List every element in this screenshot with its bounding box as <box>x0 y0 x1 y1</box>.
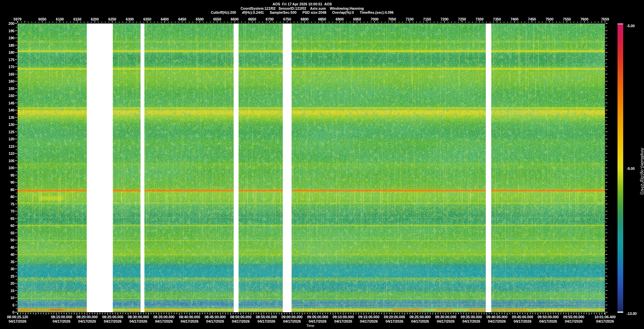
svg-text:120: 120 <box>8 137 14 141</box>
svg-text:09:55:00.000: 09:55:00.000 <box>563 315 584 319</box>
svg-text:09:40:00.000: 09:40:00.000 <box>486 315 507 319</box>
svg-text:6650: 6650 <box>248 17 256 21</box>
svg-text:70: 70 <box>10 209 14 213</box>
svg-text:6450: 6450 <box>178 17 186 21</box>
svg-text:08:30:00.000: 08:30:00.000 <box>128 315 149 319</box>
svg-text:125: 125 <box>8 130 14 134</box>
svg-text:5979: 5979 <box>13 17 21 21</box>
svg-text:08:20:00.000: 08:20:00.000 <box>76 315 98 319</box>
svg-text:CoordSystem:121f02 SensorID:: CoordSystem:121f02 SensorID:121f02 Axis:… <box>240 6 364 10</box>
svg-text:08:35:00.000: 08:35:00.000 <box>153 315 174 319</box>
svg-text:7050: 7050 <box>388 17 396 21</box>
svg-text:6400: 6400 <box>161 17 169 21</box>
svg-text:7100: 7100 <box>406 17 414 21</box>
svg-text:140: 140 <box>8 108 14 112</box>
svg-text:09:45:00.000: 09:45:00.000 <box>512 315 533 319</box>
svg-text:6250: 6250 <box>108 17 116 21</box>
svg-text:10:01:06.400: 10:01:06.400 <box>594 315 615 319</box>
svg-text:04/17/2026: 04/17/2026 <box>129 319 147 323</box>
svg-text:190: 190 <box>8 36 14 40</box>
svg-text:135: 135 <box>8 115 14 120</box>
svg-text:105: 105 <box>8 159 14 163</box>
svg-text:09:30:00.000: 09:30:00.000 <box>435 315 456 319</box>
svg-text:08:15:00.000: 08:15:00.000 <box>51 315 72 319</box>
svg-text:09:50:00.000: 09:50:00.000 <box>538 315 559 319</box>
svg-text:7300: 7300 <box>476 17 484 21</box>
svg-text:6100: 6100 <box>56 17 64 21</box>
svg-text:04/17/2026: 04/17/2026 <box>78 319 96 323</box>
svg-text:Time: Time <box>306 324 314 328</box>
svg-text:175: 175 <box>8 58 14 62</box>
svg-text:04/17/2026: 04/17/2026 <box>309 319 326 323</box>
svg-text:180: 180 <box>8 50 14 54</box>
svg-text:6550: 6550 <box>213 17 221 21</box>
svg-text:80: 80 <box>10 195 14 199</box>
svg-text:6950: 6950 <box>353 17 361 21</box>
svg-text:04/17/2026: 04/17/2026 <box>53 319 70 323</box>
svg-text:20: 20 <box>10 281 14 285</box>
svg-text:0: 0 <box>12 310 14 314</box>
svg-text:08:55:00.000: 08:55:00.000 <box>256 315 277 319</box>
svg-text:7659: 7659 <box>601 17 609 21</box>
svg-text:-5.00: -5.00 <box>627 24 635 28</box>
svg-text:7500: 7500 <box>545 17 553 21</box>
svg-text:-9.00: -9.00 <box>627 167 635 171</box>
svg-text:04/17/2026: 04/17/2026 <box>283 319 301 323</box>
svg-text:08:25:00.000: 08:25:00.000 <box>102 315 123 319</box>
svg-text:6200: 6200 <box>91 17 99 21</box>
svg-text:09:05:00.000: 09:05:00.000 <box>307 315 328 319</box>
svg-text:04/17/2026: 04/17/2026 <box>155 319 173 323</box>
svg-text:6600: 6600 <box>231 17 239 21</box>
svg-text:09:25:00.000: 09:25:00.000 <box>410 315 431 319</box>
svg-text:25: 25 <box>10 274 14 278</box>
svg-text:04/17/2026: 04/17/2026 <box>463 319 480 323</box>
svg-text:6150: 6150 <box>73 17 82 21</box>
svg-text:185: 185 <box>8 43 14 47</box>
svg-text:6750: 6750 <box>283 17 291 21</box>
svg-text:04/17/2026: 04/17/2026 <box>181 319 199 323</box>
svg-text:04/17/2026: 04/17/2026 <box>514 319 531 323</box>
svg-text:04/17/2026: 04/17/2026 <box>9 319 26 323</box>
svg-text:08:06:25.120: 08:06:25.120 <box>7 315 28 319</box>
svg-text:160: 160 <box>8 79 14 83</box>
svg-text:100: 100 <box>8 166 14 170</box>
svg-text:165: 165 <box>8 72 14 76</box>
svg-text:04/17/2026: 04/17/2026 <box>385 319 403 323</box>
svg-text:85: 85 <box>10 188 14 192</box>
svg-text:04/17/2026: 04/17/2026 <box>232 319 250 323</box>
svg-text:7200: 7200 <box>440 17 448 21</box>
svg-text:170: 170 <box>8 65 14 69</box>
svg-text:-13.00: -13.00 <box>627 312 637 316</box>
svg-text:6050: 6050 <box>38 17 46 21</box>
svg-text:7150: 7150 <box>423 17 431 21</box>
svg-text:04/17/2026: 04/17/2026 <box>411 319 429 323</box>
svg-text:7550: 7550 <box>563 17 571 21</box>
svg-text:09:20:00.000: 09:20:00.000 <box>384 315 405 319</box>
svg-text:09:10:00.000: 09:10:00.000 <box>333 315 354 319</box>
svg-text:7450: 7450 <box>528 17 536 21</box>
svg-text:130: 130 <box>8 123 14 127</box>
svg-text:08:50:00.000: 08:50:00.000 <box>230 315 251 319</box>
svg-text:35: 35 <box>10 260 14 264</box>
svg-text:6900: 6900 <box>336 17 344 21</box>
svg-text:115: 115 <box>9 144 14 148</box>
svg-text:08:45:00.000: 08:45:00.000 <box>205 315 226 319</box>
svg-text:6800: 6800 <box>301 17 309 21</box>
svg-text:6300: 6300 <box>126 17 134 21</box>
svg-text:145: 145 <box>8 101 14 105</box>
svg-text:45: 45 <box>10 245 14 249</box>
svg-text:7000: 7000 <box>371 17 379 21</box>
svg-text:90: 90 <box>10 180 14 184</box>
svg-text:Cuttoff(Hz):200 df(Hz):0.: Cuttoff(Hz):200 df(Hz):0.2441 Sample/Sec… <box>211 10 394 14</box>
svg-text:04/17/2026: 04/17/2026 <box>488 319 506 323</box>
svg-text:155: 155 <box>8 87 14 91</box>
svg-text:08:40:00.000: 08:40:00.000 <box>179 315 200 319</box>
svg-text:04/17/2026: 04/17/2026 <box>565 319 583 323</box>
svg-text:15: 15 <box>10 289 14 293</box>
svg-text:10: 10 <box>10 296 14 300</box>
svg-text:7400: 7400 <box>511 17 519 21</box>
svg-text:Amplitude(Log10(g^2/Hz)): Amplitude(Log10(g^2/Hz)) <box>640 148 644 195</box>
svg-text:40: 40 <box>10 252 14 256</box>
svg-text:6700: 6700 <box>266 17 274 21</box>
svg-text:04/17/2026: 04/17/2026 <box>360 319 378 323</box>
